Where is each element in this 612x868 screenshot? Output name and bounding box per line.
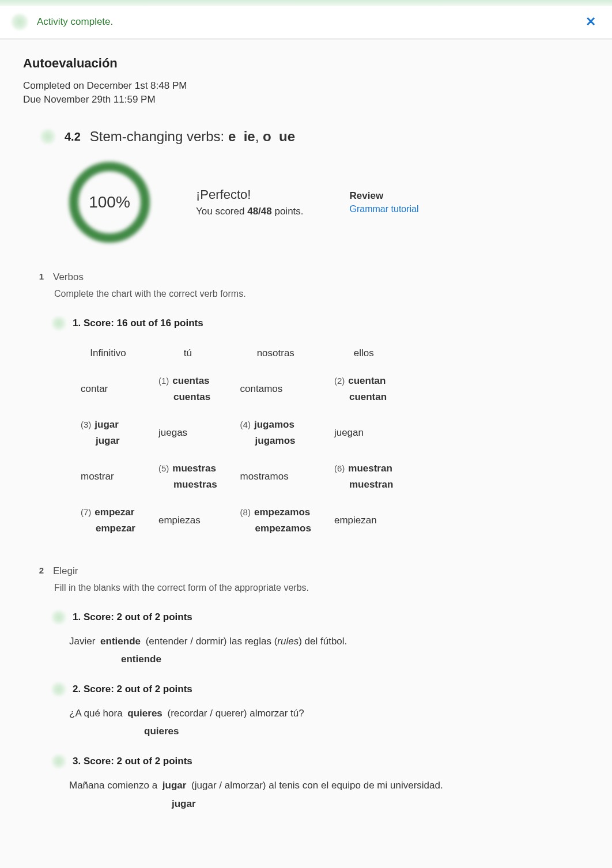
sentence-pre: ¿A qué hora	[69, 708, 125, 719]
section-2: 2 Elegir Fill in the blanks with the cor…	[35, 565, 589, 810]
score-points: 48/48	[247, 206, 272, 217]
user-answer: quieres	[127, 708, 162, 719]
sentence-italic: rules	[277, 636, 299, 647]
table-cell: contar	[69, 367, 147, 411]
section-2-question: 2. Score: 2 out of 2 points¿A qué hora q…	[52, 682, 589, 737]
user-answer: muestras	[172, 463, 216, 474]
table-row: mostrar(5)muestrasmuestrasmostramos(6)mu…	[69, 455, 405, 499]
review-header: Review	[350, 190, 419, 202]
close-icon[interactable]: ✕	[581, 14, 600, 29]
table-cell: juegan	[323, 411, 405, 455]
fill-sentence: Javier entiende (entender / dormir) las …	[69, 633, 589, 649]
lesson-title-prefix: Stem-changing verbs:	[90, 129, 228, 144]
table-cell: (3)jugarjugar	[69, 411, 147, 455]
table-cell: empiezas	[147, 499, 229, 542]
table-cell: (5)muestrasmuestras	[147, 455, 229, 499]
section-1-instr: Complete the chart with the correct verb…	[54, 289, 589, 299]
table-cell: (1)cuentascuentas	[147, 367, 229, 411]
answer-number: (6)	[334, 463, 345, 473]
table-header: tú	[147, 339, 229, 367]
lesson-title: Stem-changing verbs: e ie, o ue	[90, 129, 295, 145]
lesson-ue: ue	[279, 129, 295, 144]
sentence-post: (entender / dormir) las reglas (	[143, 636, 277, 647]
user-answer: jugar	[163, 780, 187, 791]
table-cell: (6)muestranmuestran	[323, 455, 405, 499]
table-cell: (2)cuentancuentan	[323, 367, 405, 411]
due-date: Due November 29th 11:59 PM	[23, 94, 589, 105]
verb-table: Infinitivotúnosotrasellos contar(1)cuent…	[69, 339, 405, 542]
answer-number: (2)	[334, 376, 345, 386]
table-header: ellos	[323, 339, 405, 367]
score-sub-prefix: You scored	[196, 206, 247, 217]
table-cell: mostramos	[229, 455, 323, 499]
section-2-num: 2	[35, 565, 44, 575]
correct-answer: cuentan	[334, 391, 394, 403]
table-row: (7)empezarempezarempiezas(8)empezamosemp…	[69, 499, 405, 542]
lesson-sep: ,	[255, 129, 263, 144]
lesson-e: e	[228, 129, 236, 144]
check-icon	[12, 14, 28, 30]
user-answer: cuentas	[172, 375, 209, 386]
score-headline: ¡Perfecto!	[196, 187, 304, 202]
section-2-question: 1. Score: 2 out of 2 pointsJavier entien…	[52, 610, 589, 665]
user-answer: jugar	[95, 419, 119, 430]
correct-answer: muestran	[334, 479, 394, 490]
user-answer: empezar	[95, 507, 134, 518]
score-sub: You scored 48/48 points.	[196, 206, 304, 217]
section-1-question-1: 1. Score: 16 out of 16 points Infinitivo…	[52, 316, 589, 542]
sentence-post: (jugar / almorzar) al tenis con el equip…	[188, 780, 443, 791]
sentence-pre: Javier	[69, 636, 98, 647]
banner-text: Activity complete.	[37, 16, 113, 28]
sentence-pre: Mañana comienzo a	[69, 780, 160, 791]
lesson-o: o	[263, 129, 271, 144]
user-answer: empezamos	[254, 507, 310, 518]
user-answer: cuentan	[348, 375, 386, 386]
question-label: 3. Score: 2 out of 2 points	[73, 756, 192, 767]
sentence-post2: ) del fútbol.	[299, 636, 347, 647]
user-answer: jugamos	[254, 419, 294, 430]
top-accent	[0, 0, 612, 6]
correct-answer: entiende	[121, 654, 589, 665]
table-cell: (4)jugamosjugamos	[229, 411, 323, 455]
user-answer: entiende	[100, 636, 141, 647]
correct-answer: jugamos	[240, 435, 311, 447]
user-answer: muestran	[348, 463, 392, 474]
correct-answer: muestras	[158, 479, 217, 490]
correct-answer: cuentas	[158, 391, 217, 403]
section-2-title: Elegir	[53, 565, 78, 577]
table-cell: mostrar	[69, 455, 147, 499]
correct-icon	[52, 682, 66, 696]
score-percent: 100%	[89, 193, 130, 212]
lesson-number: 4.2	[65, 130, 81, 144]
section-1-title: Verbos	[53, 271, 84, 283]
completion-banner: Activity complete. ✕	[0, 6, 612, 40]
correct-icon	[52, 316, 66, 330]
correct-answer: quieres	[144, 726, 589, 737]
correct-icon	[52, 754, 66, 768]
table-row: (3)jugarjugarjuegas(4)jugamosjugamosjueg…	[69, 411, 405, 455]
correct-icon	[52, 610, 66, 624]
answer-number: (8)	[240, 507, 251, 517]
lesson-header: 4.2 Stem-changing verbs: e ie, o ue	[40, 129, 589, 145]
sentence-post: (recordar / querer) almorzar tú?	[165, 708, 304, 719]
correct-answer: empezamos	[240, 523, 311, 534]
question-label: 1. Score: 2 out of 2 points	[73, 612, 192, 623]
table-header: Infinitivo	[69, 339, 147, 367]
score-circle: 100%	[69, 162, 150, 243]
score-sub-suffix: points.	[272, 206, 304, 217]
question-label: 2. Score: 2 out of 2 points	[73, 684, 192, 695]
correct-answer: jugar	[81, 435, 135, 447]
table-header: nosotras	[229, 339, 323, 367]
answer-number: (3)	[81, 420, 91, 429]
fill-sentence: Mañana comienzo a jugar (jugar / almorza…	[69, 778, 589, 793]
table-cell: juegas	[147, 411, 229, 455]
answer-number: (7)	[81, 507, 91, 517]
section-1: 1 Verbos Complete the chart with the cor…	[35, 271, 589, 542]
fill-sentence: ¿A qué hora quieres (recordar / querer) …	[69, 705, 589, 721]
correct-answer: jugar	[172, 798, 589, 810]
lesson-ie: ie	[244, 129, 255, 144]
grammar-tutorial-link[interactable]: Grammar tutorial	[350, 204, 419, 214]
answer-number: (1)	[158, 376, 169, 386]
table-cell: (7)empezarempezar	[69, 499, 147, 542]
answer-number: (4)	[240, 420, 251, 429]
